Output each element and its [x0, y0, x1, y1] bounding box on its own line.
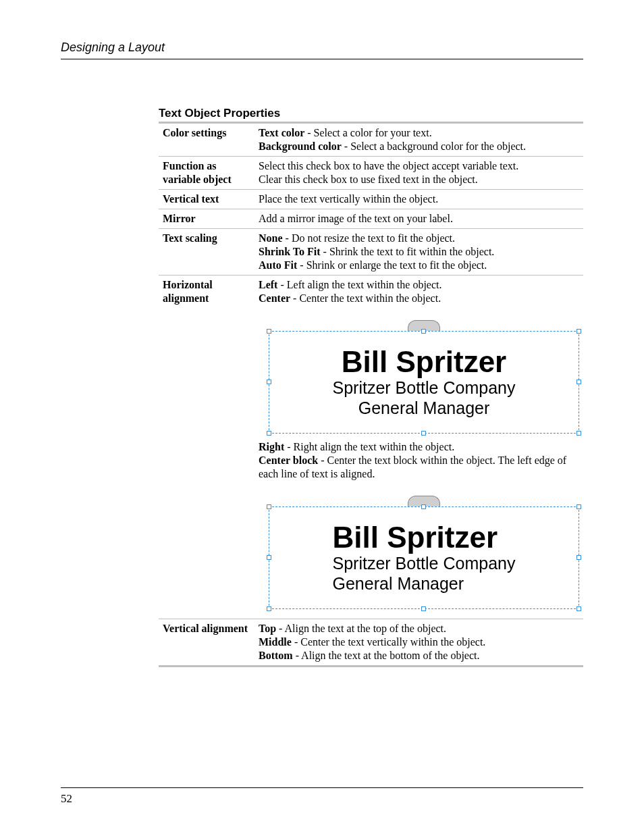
label-valign-middle: Middle: [259, 636, 292, 648]
table-row: Horizontal alignment Left - Left align t…: [159, 276, 583, 619]
table-row: Mirror Add a mirror image of the text on…: [159, 209, 583, 229]
resize-handle-icon: [267, 606, 271, 611]
figure-halign-centerblock: Bill Spritzer Spritzer Bottle Company Ge…: [259, 490, 579, 612]
prop-name-mirror: Mirror: [159, 209, 254, 229]
desc-halign-center: - Center the text within the object.: [290, 292, 441, 304]
resize-handle-icon: [421, 431, 426, 436]
prop-desc-horizontal-alignment: Left - Left align the text within the ob…: [254, 276, 583, 619]
resize-handle-icon: [421, 606, 426, 611]
desc-text-color: - Select a color for your text.: [304, 127, 431, 138]
main-content: Text Object Properties Color settings Te…: [159, 107, 583, 667]
resize-handle-icon: [576, 504, 581, 509]
label-sample-center: Bill Spritzer Spritzer Bottle Company Ge…: [276, 346, 572, 418]
resize-handle-icon: [421, 329, 426, 334]
prop-desc-vertical-alignment: Top - Align the text at the top of the o…: [254, 619, 583, 667]
figure-halign-center: Bill Spritzer Spritzer Bottle Company Ge…: [259, 315, 579, 436]
label-scaling-auto: Auto Fit: [259, 259, 297, 271]
prop-name-text-scaling: Text scaling: [159, 229, 254, 276]
page-footer: 52: [61, 787, 583, 806]
label-text-color: Text color: [259, 127, 304, 138]
page-header-title: Designing a Layout: [61, 41, 583, 55]
variable-line2: Clear this check box to use fixed text i…: [259, 174, 478, 185]
resize-handle-icon: [267, 555, 271, 560]
prop-name-vertical-alignment: Vertical alignment: [159, 619, 254, 667]
sample-title: General Manager: [276, 398, 572, 418]
label-halign-right: Right: [259, 441, 284, 452]
desc-halign-right: - Right align the text within the object…: [284, 441, 454, 452]
resize-handle-icon: [267, 380, 271, 384]
prop-desc-color-settings: Text color - Select a color for your tex…: [254, 123, 583, 157]
prop-name-horizontal-alignment: Horizontal alignment: [159, 276, 254, 619]
label-sample-centerblock: Bill Spritzer Spritzer Bottle Company Ge…: [333, 522, 516, 594]
desc-scaling-none: - Do not resize the text to fit the obje…: [283, 232, 455, 244]
prop-name-color-settings: Color settings: [159, 123, 254, 157]
desc-scaling-auto: - Shrink or enlarge the text to fit the …: [297, 259, 487, 271]
desc-valign-bottom: - Align the text at the bottom of the ob…: [293, 650, 480, 661]
resize-handle-icon: [267, 431, 271, 436]
label-halign-left: Left: [259, 279, 277, 290]
prop-name-variable-object: Function as variable object: [159, 157, 254, 190]
resize-handle-icon: [576, 555, 581, 560]
variable-line1: Select this check box to have the object…: [259, 160, 518, 172]
desc-valign-middle: - Center the text vertically within the …: [292, 636, 485, 648]
prop-desc-mirror: Add a mirror image of the text on your l…: [254, 209, 583, 229]
desc-valign-top: - Align the text at the top of the objec…: [276, 623, 446, 634]
table-row: Color settings Text color - Select a col…: [159, 123, 583, 157]
document-page: Designing a Layout Text Object Propertie…: [0, 0, 644, 834]
label-halign-centerblock: Center block: [259, 454, 318, 466]
sample-company: Spritzer Bottle Company: [333, 553, 516, 573]
header-divider: [61, 59, 583, 59]
table-row: Vertical text Place the text vertically …: [159, 190, 583, 209]
prop-desc-text-scaling: None - Do not resize the text to fit the…: [254, 229, 583, 276]
text-object-properties-table: Color settings Text color - Select a col…: [159, 122, 583, 667]
resize-handle-icon: [576, 329, 581, 334]
table-row: Vertical alignment Top - Align the text …: [159, 619, 583, 667]
resize-handle-icon: [267, 329, 271, 334]
label-valign-top: Top: [259, 623, 276, 634]
desc-scaling-shrink: - Shrink the text to fit within the obje…: [321, 246, 495, 257]
label-scaling-none: None: [259, 232, 283, 244]
label-scaling-shrink: Shrink To Fit: [259, 246, 321, 257]
resize-handle-icon: [267, 504, 271, 509]
sample-title: General Manager: [333, 573, 516, 594]
page-number: 52: [61, 792, 583, 806]
resize-handle-icon: [421, 504, 426, 509]
selection-box: Bill Spritzer Spritzer Bottle Company Ge…: [269, 506, 579, 609]
sample-name: Bill Spritzer: [276, 346, 572, 377]
selection-box: Bill Spritzer Spritzer Bottle Company Ge…: [269, 331, 579, 434]
table-row: Text scaling None - Do not resize the te…: [159, 229, 583, 276]
desc-halign-left: - Left align the text within the object.: [277, 279, 441, 290]
label-halign-center: Center: [259, 292, 290, 304]
sample-name: Bill Spritzer: [333, 522, 516, 553]
label-background-color: Background color: [259, 140, 342, 152]
prop-desc-variable-object: Select this check box to have the object…: [254, 157, 583, 190]
prop-name-vertical-text: Vertical text: [159, 190, 254, 209]
desc-background-color: - Select a background color for the obje…: [342, 140, 526, 152]
sample-company: Spritzer Bottle Company: [276, 377, 572, 398]
table-row: Function as variable object Select this …: [159, 157, 583, 190]
properties-table-title: Text Object Properties: [159, 107, 583, 122]
resize-handle-icon: [576, 606, 581, 611]
footer-divider: [61, 787, 583, 788]
prop-desc-vertical-text: Place the text vertically within the obj…: [254, 190, 583, 209]
resize-handle-icon: [576, 380, 581, 384]
resize-handle-icon: [576, 431, 581, 436]
label-valign-bottom: Bottom: [259, 650, 293, 661]
